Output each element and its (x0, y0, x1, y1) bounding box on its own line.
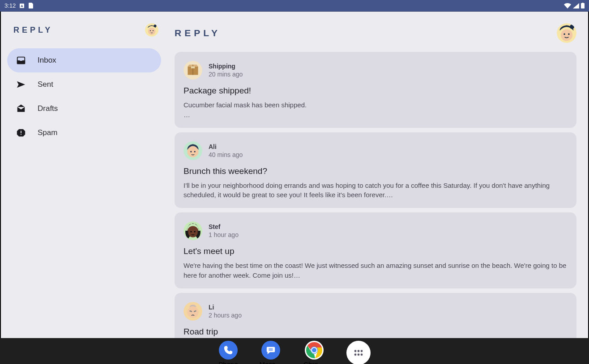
drawer-header: REPLY (1, 23, 167, 46)
sender-name: Shipping (209, 63, 243, 70)
email-subject: Let's meet up (184, 246, 568, 256)
email-card[interactable]: Shipping 20 mins ago Package shipped! Cu… (175, 52, 576, 128)
profile-avatar[interactable] (557, 23, 576, 43)
sender-avatar (184, 61, 202, 80)
dock-phone[interactable]: Phone (218, 341, 238, 364)
nav-item-inbox[interactable]: Inbox (7, 48, 161, 72)
email-time: 40 mins ago (209, 151, 243, 158)
drawer-profile-avatar[interactable] (145, 23, 158, 37)
svg-point-16 (568, 33, 570, 35)
nav-item-spam[interactable]: Spam (7, 121, 161, 145)
svg-point-38 (357, 350, 359, 352)
nav-label: Sent (38, 80, 53, 89)
navigation-drawer: REPLY Inbox (1, 12, 167, 338)
email-card[interactable]: Li 2 hours ago Road trip Thought we migh… (175, 293, 576, 339)
wifi-icon (564, 3, 571, 8)
nav-label: Drafts (38, 104, 58, 113)
svg-point-36 (312, 347, 317, 353)
email-time: 1 hour ago (209, 231, 239, 238)
chrome-icon (305, 341, 324, 360)
svg-point-6 (148, 28, 156, 35)
report-icon (16, 128, 26, 138)
sd-card-icon (28, 3, 33, 8)
email-list[interactable]: Shipping 20 mins ago Package shipped! Cu… (175, 52, 576, 338)
email-preview: Cucumber facial mask has been shipped.… (184, 100, 568, 120)
svg-point-24 (194, 151, 196, 152)
svg-point-42 (360, 354, 363, 356)
drafts-icon (16, 104, 26, 114)
svg-point-28 (194, 231, 196, 233)
dock-messages[interactable]: Mess… (260, 341, 282, 364)
sender-name: Stef (209, 223, 239, 230)
dock-label: Chro… (303, 360, 325, 364)
dock-label: Mess… (260, 360, 282, 364)
app-frame: REPLY Inbox (0, 12, 589, 338)
email-subject: Package shipped! (184, 86, 568, 96)
sender-name: Li (209, 304, 242, 311)
svg-text:A: A (21, 4, 23, 8)
email-subject: Brunch this weekend? (184, 166, 568, 176)
svg-point-41 (357, 354, 359, 356)
email-card[interactable]: Ali 40 mins ago Brunch this weekend? I'l… (175, 132, 576, 208)
nav-item-drafts[interactable]: Drafts (7, 97, 161, 121)
keyboard-status-icon: A (19, 3, 25, 8)
send-icon (16, 80, 26, 89)
email-time: 2 hours ago (209, 312, 242, 319)
sender-name: Ali (209, 143, 243, 150)
battery-icon (581, 3, 585, 8)
content-header: REPLY (175, 21, 576, 52)
android-status-bar: 3:12 A (0, 0, 589, 12)
android-dock: Phone Mess… Chro… (0, 338, 589, 364)
email-time: 20 mins ago (209, 71, 243, 78)
svg-point-8 (153, 30, 154, 31)
cell-signal-icon (573, 3, 579, 8)
drawer-title: REPLY (13, 25, 53, 35)
status-time: 3:12 (4, 2, 16, 9)
sender-avatar (184, 221, 202, 240)
svg-point-13 (570, 25, 574, 29)
svg-point-37 (354, 350, 356, 352)
sender-avatar (184, 141, 202, 160)
apps-icon (346, 341, 371, 364)
email-preview: I'll be in your neighborhood doing erran… (184, 181, 568, 200)
svg-point-27 (190, 231, 192, 233)
email-preview: We're having the best time on the coast!… (184, 261, 568, 280)
nav-label: Inbox (38, 56, 56, 65)
app-title: REPLY (175, 28, 221, 38)
drawer-nav: Inbox Sent Drafts Spam (1, 46, 167, 145)
dock-chrome[interactable]: Chro… (303, 341, 325, 364)
sender-avatar (184, 302, 202, 321)
messages-icon (261, 341, 280, 360)
svg-rect-11 (21, 134, 21, 135)
svg-rect-3 (582, 3, 584, 4)
svg-point-39 (360, 350, 363, 352)
nav-item-sent[interactable]: Sent (7, 72, 161, 97)
email-card[interactable]: Stef 1 hour ago Let's meet up We're havi… (175, 212, 576, 288)
svg-rect-2 (581, 3, 585, 8)
svg-point-7 (150, 30, 151, 31)
svg-point-5 (154, 25, 157, 27)
dock-label: Phone (218, 360, 238, 364)
content-pane: REPLY (167, 12, 588, 338)
nav-label: Spam (38, 128, 57, 137)
email-subject: Road trip (184, 327, 568, 337)
svg-point-14 (561, 29, 572, 41)
phone-icon (219, 341, 238, 360)
svg-rect-10 (21, 131, 21, 133)
inbox-icon (16, 55, 26, 65)
dock-apps[interactable] (346, 341, 371, 364)
svg-point-40 (354, 354, 356, 356)
svg-point-23 (190, 151, 192, 152)
svg-rect-20 (191, 67, 195, 68)
svg-point-15 (563, 33, 565, 35)
